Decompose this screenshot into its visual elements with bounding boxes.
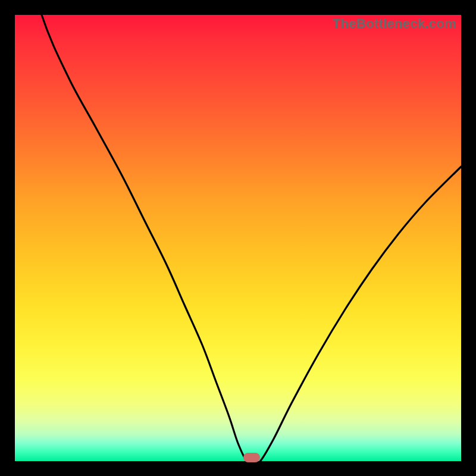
- chart-frame: TheBottleneck.com: [0, 0, 476, 476]
- optimal-point-marker: [243, 453, 260, 462]
- bottleneck-curve: [15, 15, 461, 461]
- curve-path: [15, 0, 461, 463]
- plot-area: TheBottleneck.com: [15, 15, 461, 461]
